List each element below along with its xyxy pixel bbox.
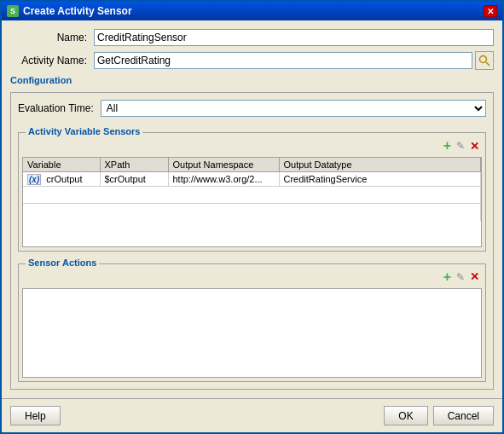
add-variable-sensor-icon: + [443,139,451,153]
name-input[interactable] [94,29,494,46]
sensor-actions-section: Sensor Actions + ✎ ✕ [18,263,486,383]
activity-name-field-wrapper [94,51,494,70]
table-row: (x) crOutput $crOutput http://www.w3.org… [23,172,481,187]
col-variable: Variable [23,158,100,172]
empty-row-2 [23,204,481,221]
activity-name-input[interactable] [94,52,472,69]
eval-time-select[interactable]: All Start End [101,100,486,117]
sensor-actions-toolbar: + ✎ ✕ [22,268,482,286]
search-icon [478,55,490,67]
activity-name-label: Activity Name: [10,55,87,67]
delete-variable-sensor-icon: ✕ [470,140,479,153]
window-icon: S [7,5,19,17]
sensor-actions-title: Sensor Actions [26,258,99,268]
eval-time-row: Evaluation Time: All Start End [18,100,486,117]
cancel-button[interactable]: Cancel [433,406,494,425]
ok-button[interactable]: OK [384,406,427,425]
create-activity-sensor-window: S Create Activity Sensor ✕ Name: Activit… [0,0,504,434]
sensor-actions-add-button[interactable]: + [443,269,452,285]
col-namespace: Output Namespace [168,158,279,172]
variable-sensors-title: Activity Variable Sensors [26,126,142,136]
title-bar: S Create Activity Sensor ✕ [2,2,502,20]
cell-variable: (x) crOutput [23,172,100,187]
variable-name: crOutput [46,174,82,184]
sensor-actions-empty-area [22,288,482,379]
svg-point-0 [480,56,487,63]
eval-time-label: Evaluation Time: [18,102,94,114]
activity-search-button[interactable] [475,51,494,70]
delete-action-icon: ✕ [470,270,479,283]
variable-sensors-add-button[interactable]: + [443,138,452,153]
name-row: Name: [10,29,494,46]
variable-sensors-delete-button[interactable]: ✕ [469,138,480,153]
window-title: Create Activity Sensor [23,5,132,17]
col-xpath: XPath [100,158,168,172]
sensor-actions-delete-button[interactable]: ✕ [469,269,480,285]
config-group: Evaluation Time: All Start End Activity … [10,92,494,390]
activity-name-row: Activity Name: [10,51,494,70]
content-area: Name: Activity Name: Configuration [2,20,502,398]
variable-sensors-edit-button[interactable]: ✎ [455,138,466,153]
bottom-bar: Help OK Cancel [2,398,502,432]
col-datatype: Output Datatype [279,158,481,172]
close-button[interactable]: ✕ [484,5,497,17]
cell-datatype: CreditRatingService [279,172,481,187]
title-bar-left: S Create Activity Sensor [7,5,132,17]
help-button[interactable]: Help [10,406,61,425]
variable-icon: (x) [27,174,41,185]
sensor-actions-edit-button[interactable]: ✎ [455,269,466,285]
ok-cancel-row: OK Cancel [384,406,494,425]
variable-sensors-table-container: Variable XPath Output Namespace Output D… [22,157,482,247]
svg-line-1 [486,62,490,66]
table-header-row: Variable XPath Output Namespace Output D… [23,158,481,172]
activity-variable-sensors-section: Activity Variable Sensors + ✎ ✕ [18,132,486,252]
empty-row [23,187,481,204]
config-label: Configuration [10,75,494,85]
variable-sensors-toolbar: + ✎ ✕ [22,136,482,155]
edit-action-icon: ✎ [456,271,465,283]
edit-variable-sensor-icon: ✎ [456,140,465,152]
cell-xpath: $crOutput [100,172,168,187]
variable-sensors-table: Variable XPath Output Namespace Output D… [23,158,481,221]
add-action-icon: + [443,270,451,284]
cell-namespace: http://www.w3.org/2... [168,172,279,187]
name-label: Name: [10,32,87,43]
